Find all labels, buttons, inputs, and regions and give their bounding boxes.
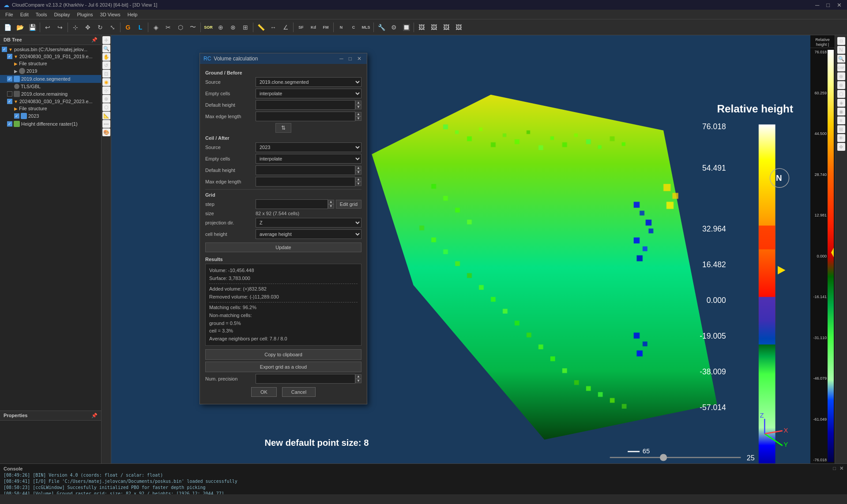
grid-step-down[interactable]: ▼ <box>328 204 334 209</box>
rtb-csf[interactable]: CSF <box>837 63 845 71</box>
tb-new[interactable]: 📄 <box>2 22 13 33</box>
checkbox-raster[interactable]: ✓ <box>7 121 12 127</box>
ceil-defheight-down[interactable]: ▼ <box>355 170 361 175</box>
tb-fm[interactable]: FM <box>320 22 331 33</box>
dialog-maximize[interactable]: □ <box>347 56 354 62</box>
update-button[interactable]: Update <box>205 243 361 252</box>
tb-scale[interactable]: ⤡ <box>107 22 118 33</box>
ground-maxedge-down[interactable]: ▼ <box>355 116 361 121</box>
maximize-btn[interactable]: □ <box>824 2 832 8</box>
tb-angles[interactable]: ∠ <box>280 22 291 33</box>
dialog-minimize[interactable]: ─ <box>338 56 345 62</box>
rtb-extra6[interactable]: ⊞ <box>837 125 845 133</box>
ceil-maxedge-down[interactable]: ▼ <box>355 182 361 186</box>
num-precision-down[interactable]: ▼ <box>355 379 361 383</box>
tree-item-remaining[interactable]: 2019.clone.remaining <box>0 90 101 98</box>
tb-register[interactable]: ⊗ <box>227 22 239 33</box>
checkbox-f01[interactable]: ✓ <box>7 54 12 59</box>
rtb-extra7[interactable]: 👁 <box>837 134 845 142</box>
tree-item-2023[interactable]: ✓ 2023 <box>0 112 101 120</box>
vtb-label[interactable]: ◉ <box>102 78 110 86</box>
checkbox-poskus[interactable]: ✓ <box>2 47 7 52</box>
tb-segment[interactable]: ⬡ <box>175 22 186 33</box>
tb-mls[interactable]: MLS <box>360 22 372 33</box>
grid-proj-select[interactable]: Z <box>256 218 361 228</box>
tree-item-2019[interactable]: ▶ 2019 <box>0 67 101 75</box>
tree-item-tlsgbl[interactable]: TLS/GBL <box>0 83 101 90</box>
tb-extra1[interactable]: 🔧 <box>376 22 387 33</box>
vtb-fit[interactable]: ⊡ <box>102 70 110 78</box>
console-close[interactable]: ✕ <box>839 466 843 471</box>
ceil-empty-select[interactable]: interpolate <box>256 154 361 164</box>
menu-3dviews[interactable]: 3D Views <box>97 11 124 18</box>
tree-item-filestructure2[interactable]: ▶ File structure <box>0 105 101 112</box>
ground-empty-select[interactable]: interpolate <box>256 89 361 98</box>
num-precision-up[interactable]: ▲ <box>355 374 361 379</box>
rtb-layers[interactable]: ≡ <box>837 116 845 124</box>
tb-sf[interactable]: SF <box>295 22 307 33</box>
properties-pin[interactable]: 📌 <box>91 413 98 418</box>
tb-extra3[interactable]: 🔲 <box>400 22 412 33</box>
num-precision-input[interactable]: 3 <box>256 374 355 384</box>
tb-icp[interactable]: ⊞ <box>240 22 251 33</box>
vtb-pan[interactable]: ✋ <box>102 53 110 61</box>
vtb-extra[interactable]: ⊹ <box>102 86 110 94</box>
tb-measure[interactable]: 📏 <box>255 22 267 33</box>
ceil-maxedge-input[interactable]: 0.000000 <box>256 177 355 187</box>
tb-open[interactable]: 📂 <box>14 22 26 33</box>
vtb-rotate3d[interactable]: ↺ <box>102 61 110 69</box>
rtb-north[interactable]: N <box>837 46 845 54</box>
dialog-close[interactable]: ✕ <box>355 56 363 62</box>
tb-extra2[interactable]: ⚙ <box>388 22 399 33</box>
tb-rotate[interactable]: ↻ <box>94 22 106 33</box>
tree-item-poskus[interactable]: ✓ ▼ poskus.bin (C:/Users/matej.jelov... <box>0 46 101 53</box>
vtb-pts[interactable]: ••• <box>102 120 110 128</box>
tb-undo[interactable]: ↩ <box>42 22 53 33</box>
tb-c[interactable]: C <box>348 22 359 33</box>
tb-save[interactable]: 💾 <box>26 22 38 33</box>
rtb-extra1[interactable]: ⊕ <box>837 72 845 80</box>
ceil-defheight-up[interactable]: ▲ <box>355 166 361 170</box>
ground-defheight-input[interactable]: 0.000000 <box>256 100 355 110</box>
ceil-source-select[interactable]: 2023 <box>256 142 361 152</box>
close-btn[interactable]: ✕ <box>835 2 843 8</box>
vtb-pick[interactable]: ⊕ <box>102 95 110 103</box>
menu-display[interactable]: Display <box>50 11 73 18</box>
grid-step-up[interactable]: ▲ <box>328 200 334 204</box>
tb-sample[interactable]: ◈ <box>150 22 162 33</box>
menu-file[interactable]: File <box>2 11 17 18</box>
ok-button[interactable]: OK <box>251 387 277 397</box>
ceil-maxedge-up[interactable]: ▲ <box>355 177 361 182</box>
grid-cellheight-select[interactable]: average height <box>256 229 361 239</box>
vtb-cursor[interactable]: ✛ <box>102 36 110 44</box>
tb-img1[interactable]: 🖼 <box>416 22 427 33</box>
tb-local[interactable]: L <box>135 22 146 33</box>
edit-grid-button[interactable]: Edit grid <box>336 200 361 209</box>
tb-polyline[interactable]: 〜 <box>187 22 199 33</box>
grid-step-input[interactable]: 1.000000 <box>256 199 328 209</box>
db-tree-pin[interactable]: 📌 <box>91 37 98 43</box>
rtb-extra8[interactable]: ✥ <box>837 143 845 151</box>
console-expand[interactable]: □ <box>833 466 836 471</box>
tree-item-segmented[interactable]: ✓ 2019.clone.segmented <box>0 75 101 83</box>
tb-distance[interactable]: ↔ <box>267 22 279 33</box>
menu-help[interactable]: Help <box>124 11 141 18</box>
ground-source-select[interactable]: 2019.clone.segmented <box>256 77 361 87</box>
tb-translate[interactable]: ✥ <box>82 22 94 33</box>
menu-plugins[interactable]: Plugins <box>73 11 96 18</box>
vtb-meas[interactable]: 📐 <box>102 112 110 119</box>
copy-clipboard-button[interactable]: Copy to clipboard <box>205 349 361 360</box>
menu-edit[interactable]: Edit <box>17 11 32 18</box>
tree-item-f01[interactable]: ✓ ▼ 20240830_030_19_F01_2019.e... <box>0 53 101 60</box>
tree-item-f02[interactable]: ✓ ▼ 20240830_030_19_F02_2023.e... <box>0 98 101 105</box>
3d-view[interactable]: Relative height 76.018 54.491 32.964 16.… <box>111 35 835 463</box>
vtb-seg[interactable]: ⬡ <box>102 103 110 111</box>
tb-select[interactable]: ⊹ <box>70 22 81 33</box>
checkbox-2023[interactable]: ✓ <box>14 113 19 119</box>
rtb-extra5[interactable]: ◉ <box>837 108 845 116</box>
checkbox-remaining[interactable] <box>7 91 12 97</box>
ground-maxedge-up[interactable]: ▲ <box>355 112 361 116</box>
ceil-defheight-input[interactable]: 0.000000 <box>256 165 355 175</box>
tb-kd[interactable]: Kd <box>308 22 319 33</box>
rtb-extra3[interactable]: ⬡ <box>837 90 845 98</box>
